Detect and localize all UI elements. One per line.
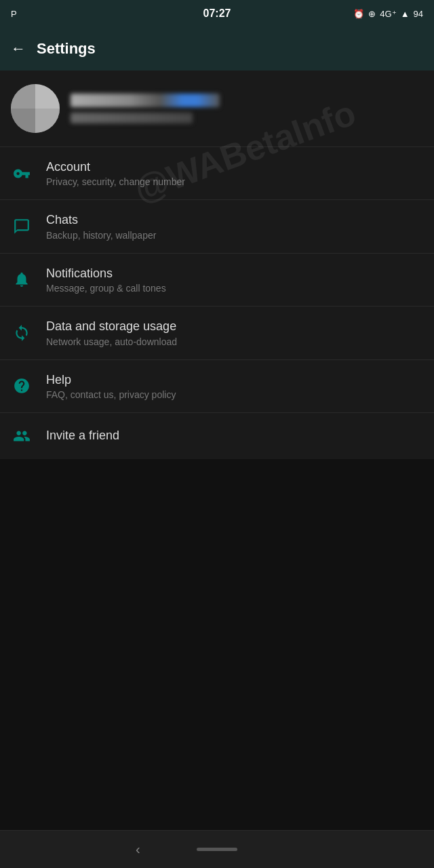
invite-title: Invite a friend (46, 428, 423, 443)
menu-item-chats[interactable]: Chats Backup, history, wallpaper (0, 200, 434, 252)
account-title: Account (46, 159, 423, 175)
help-icon (11, 375, 33, 397)
nav-back-icon[interactable]: ‹ (136, 842, 140, 857)
time-display: 07:27 (203, 7, 231, 20)
invite-section: Invite a friend (0, 413, 434, 459)
data-text: Data and storage usage Network usage, au… (46, 319, 423, 347)
notifications-text: Notifications Message, group & call tone… (46, 266, 423, 294)
back-button[interactable]: ← (11, 40, 26, 58)
bottom-nav: ‹ (0, 830, 434, 868)
menu-item-notifications[interactable]: Notifications Message, group & call tone… (0, 254, 434, 306)
alarm-icon: ⏰ (353, 9, 364, 19)
network-icon: 4G⁺ (380, 9, 396, 19)
key-icon (11, 163, 33, 184)
profile-status (71, 113, 193, 123)
carrier-icon: P (11, 9, 17, 19)
nav-indicator (197, 848, 237, 851)
profile-section[interactable] (0, 71, 434, 146)
menu-item-help[interactable]: Help FAQ, contact us, privacy policy (0, 360, 434, 412)
page-title: Settings (37, 40, 96, 58)
battery-icon: 94 (414, 9, 423, 19)
toolbar: ← Settings (0, 27, 434, 71)
menu-item-account[interactable]: Account Privacy, security, change number (0, 147, 434, 199)
notifications-title: Notifications (46, 266, 423, 281)
chats-subtitle: Backup, history, wallpaper (46, 230, 423, 241)
invite-text: Invite a friend (46, 428, 423, 443)
menu-item-data[interactable]: Data and storage usage Network usage, au… (0, 307, 434, 359)
signal-icon: ▲ (401, 9, 410, 19)
account-text: Account Privacy, security, change number (46, 159, 423, 187)
wifi-icon: ⊕ (368, 9, 376, 19)
menu-section: Account Privacy, security, change number… (0, 147, 434, 412)
avatar (11, 84, 60, 133)
chats-text: Chats Backup, history, wallpaper (46, 212, 423, 240)
profile-name (71, 94, 220, 107)
data-title: Data and storage usage (46, 319, 423, 334)
chats-title: Chats (46, 212, 423, 228)
invite-icon (11, 425, 33, 447)
status-bar: P 07:27 ⏰ ⊕ 4G⁺ ▲ 94 (0, 0, 434, 27)
chat-icon (11, 216, 33, 237)
help-title: Help (46, 372, 423, 388)
help-text: Help FAQ, contact us, privacy policy (46, 372, 423, 400)
bell-icon (11, 269, 33, 290)
data-icon (11, 322, 33, 344)
notifications-subtitle: Message, group & call tones (46, 283, 423, 294)
account-subtitle: Privacy, security, change number (46, 176, 423, 187)
help-subtitle: FAQ, contact us, privacy policy (46, 389, 423, 400)
data-subtitle: Network usage, auto-download (46, 336, 423, 347)
profile-info (71, 94, 423, 123)
menu-item-invite[interactable]: Invite a friend (0, 413, 434, 459)
status-icons: ⏰ ⊕ 4G⁺ ▲ 94 (353, 9, 423, 19)
